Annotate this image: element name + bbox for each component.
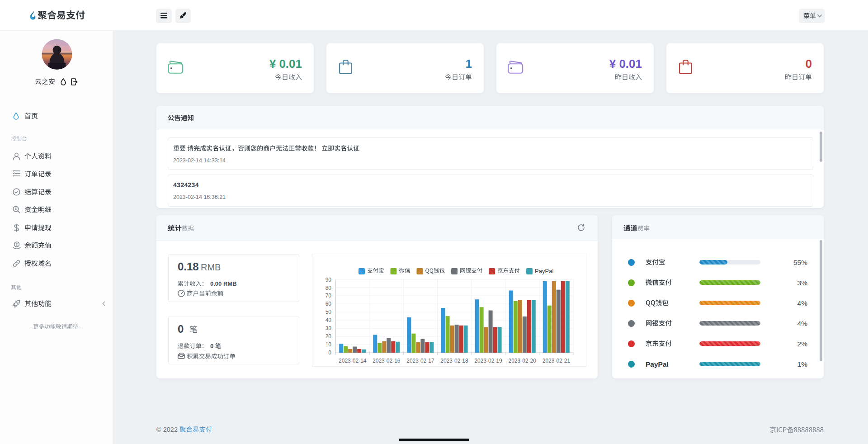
- svg-text:30: 30: [326, 325, 332, 331]
- svg-text:70: 70: [326, 293, 332, 299]
- svg-text:60: 60: [326, 301, 332, 307]
- svg-text:2023-02-19: 2023-02-19: [474, 358, 502, 364]
- svg-text:10: 10: [326, 341, 332, 348]
- svg-text:2023-02-17: 2023-02-17: [406, 358, 434, 364]
- svg-text:90: 90: [326, 277, 332, 283]
- svg-text:80: 80: [326, 285, 332, 291]
- svg-text:2023-02-16: 2023-02-16: [373, 358, 401, 364]
- svg-text:40: 40: [326, 317, 332, 323]
- svg-text:PayPal: PayPal: [535, 268, 553, 274]
- svg-text:0: 0: [328, 350, 331, 356]
- svg-text:2023-02-18: 2023-02-18: [440, 358, 468, 364]
- svg-text:2023-02-20: 2023-02-20: [509, 358, 537, 364]
- svg-text:2023-02-21: 2023-02-21: [542, 358, 571, 364]
- svg-text:50: 50: [326, 309, 332, 315]
- svg-text:20: 20: [326, 333, 332, 340]
- svg-text:2023-02-14: 2023-02-14: [339, 358, 367, 364]
